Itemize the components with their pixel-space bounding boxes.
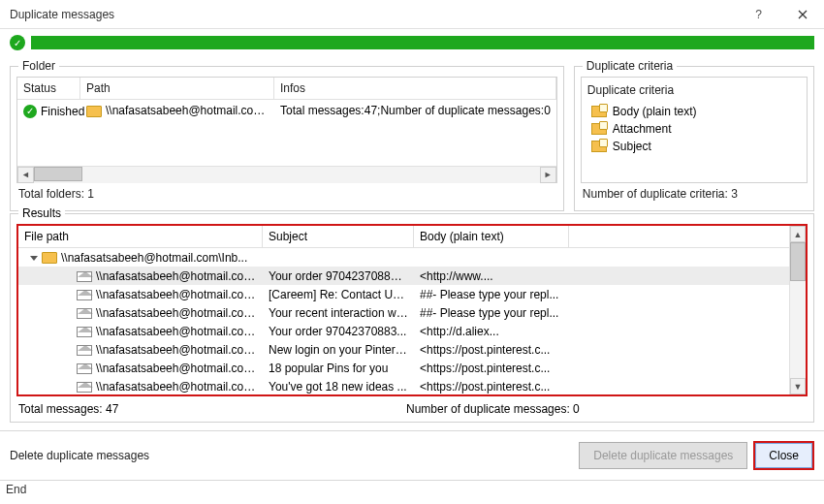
results-group-label: Results [18,206,65,220]
hscroll-left-button[interactable]: ◄ [17,167,34,183]
total-folders-label: Total folders: 1 [16,183,557,205]
row-body: <https://post.pinterest.c... [420,362,550,375]
hscroll-right-button[interactable]: ► [540,167,556,183]
vscroll-up-button[interactable]: ▲ [790,226,806,242]
row-body: <http://www.... [420,269,493,283]
col-path[interactable]: Path [80,78,274,99]
criteria-item-label: Body (plain text) [613,105,697,118]
mail-icon [77,382,92,393]
results-row[interactable]: \\nafasatsabeeh@hotmail.com\...Your orde… [18,322,789,340]
mail-icon [77,345,92,356]
close-button[interactable]: Close [753,441,814,470]
check-icon: ✓ [23,105,37,118]
folder-path: \\nafasatsabeeh@hotmail.com\I... [106,104,274,117]
criteria-list[interactable]: Duplicate criteria Body (plain text) Att… [581,77,808,183]
results-table[interactable]: File path Subject Body (plain text) \\na… [16,224,808,396]
status-text: Finished [41,105,84,118]
mail-icon [77,308,92,319]
criteria-item-label: Attachment [613,122,672,136]
bottom-bar: Delete duplicate messages Delete duplica… [0,430,824,480]
col-subject[interactable]: Subject [263,226,414,247]
col-body[interactable]: Body (plain text) [414,226,569,247]
results-group-row[interactable]: \\nafasatsabeeh@hotmail.com\Inb... [18,248,789,267]
vscroll-thumb[interactable] [790,242,806,281]
chevron-down-icon [30,256,38,261]
close-icon [798,10,808,19]
results-row[interactable]: \\nafasatsabeeh@hotmail.com\...New login… [18,340,789,359]
results-vscrollbar[interactable]: ▲ ▼ [789,226,806,394]
row-filepath: \\nafasatsabeeh@hotmail.com\... [96,269,263,283]
results-groupbox: Results File path Subject Body (plain te… [10,213,814,423]
folder-hscrollbar[interactable]: ◄ ► [17,166,556,182]
row-body: <https://post.pinterest.c... [420,343,550,357]
group-path: \\nafasatsabeeh@hotmail.com\Inb... [61,251,247,265]
window-title: Duplicate messages [10,8,114,21]
results-row[interactable]: \\nafasatsabeeh@hotmail.com\...Your orde… [18,267,789,285]
status-text: End [6,483,26,496]
results-total-label: Total messages: 47 [18,402,406,416]
title-bar: Duplicate messages ? [0,0,824,29]
criteria-icon [591,123,607,135]
criteria-count-label: Number of duplicate criteria: 3 [581,183,808,205]
hscroll-thumb[interactable] [34,167,82,181]
results-dup-label: Number of duplicate messages: 0 [406,402,580,416]
results-summary: Total messages: 47 Number of duplicate m… [16,396,808,416]
row-filepath: \\nafasatsabeeh@hotmail.com\... [96,306,263,320]
criteria-icon [591,141,607,152]
results-row[interactable]: \\nafasatsabeeh@hotmail.com\...[Careem] … [18,285,789,303]
col-filepath[interactable]: File path [18,226,263,247]
delete-duplicates-button[interactable]: Delete duplicate messages [579,442,747,469]
progress-bar [31,36,814,49]
row-body: <http://d.aliex... [420,325,499,338]
folder-infos: Total messages:47;Number of duplicate me… [274,100,556,122]
criteria-group-label: Duplicate criteria [583,59,677,73]
folder-row[interactable]: ✓ Finished \\nafasatsabeeh@hotmail.com\I… [17,100,556,122]
criteria-groupbox: Duplicate criteria Duplicate criteria Bo… [574,66,814,211]
folder-table-header: Status Path Infos [17,78,556,100]
mail-icon [77,327,92,337]
vscroll-down-button[interactable]: ▼ [790,378,806,394]
status-bar: End [0,480,824,499]
folder-group-label: Folder [18,59,59,73]
row-subject: Your order 97042370883... [269,325,406,338]
row-filepath: \\nafasatsabeeh@hotmail.com\... [96,343,263,357]
folder-table[interactable]: Status Path Infos ✓ Finished \\nafasatsa… [16,77,557,183]
row-filepath: \\nafasatsabeeh@hotmail.com\... [96,288,263,301]
row-subject: 18 popular Pins for you [269,362,388,375]
mail-icon [77,363,92,374]
criteria-item-body[interactable]: Body (plain text) [587,103,801,120]
folder-icon [86,106,102,117]
row-body: <https://post.pinterest.c... [420,380,550,394]
help-button[interactable]: ? [737,0,780,29]
progress-complete-icon: ✓ [10,35,25,50]
row-body: ##- Please type your repl... [420,288,558,301]
results-row[interactable]: \\nafasatsabeeh@hotmail.com\...18 popula… [18,359,789,377]
mail-icon [77,271,92,282]
results-row[interactable]: \\nafasatsabeeh@hotmail.com\...Your rece… [18,303,789,322]
col-infos[interactable]: Infos [274,78,556,99]
vscroll-track[interactable] [790,242,806,378]
row-filepath: \\nafasatsabeeh@hotmail.com\... [96,362,263,375]
row-subject: Your order 970423708834... [269,269,413,283]
criteria-item-attachment[interactable]: Attachment [587,120,801,138]
row-body: ##- Please type your repl... [420,306,558,320]
criteria-icon [591,106,607,117]
status-finished: ✓ Finished [23,105,84,118]
progress-row: ✓ [0,29,824,60]
mail-icon [77,290,92,300]
row-filepath: \\nafasatsabeeh@hotmail.com\... [96,325,263,338]
row-subject: You've got 18 new ideas ... [269,380,407,394]
results-row[interactable]: \\nafasatsabeeh@hotmail.com\...You've go… [18,377,789,394]
folder-icon [42,252,57,264]
criteria-item-label: Subject [613,140,651,153]
row-subject: Your recent interaction wi... [269,306,408,320]
row-filepath: \\nafasatsabeeh@hotmail.com\... [96,380,263,394]
row-subject: New login on your Pintere... [269,343,411,357]
criteria-item-subject[interactable]: Subject [587,138,801,155]
col-status[interactable]: Status [17,78,80,99]
close-window-button[interactable] [780,0,824,29]
results-header: File path Subject Body (plain text) [18,226,789,248]
folder-groupbox: Folder Status Path Infos ✓ Finished \\na… [10,66,564,211]
hscroll-track[interactable] [34,167,540,183]
row-subject: [Careem] Re: Contact Us ... [269,288,411,301]
